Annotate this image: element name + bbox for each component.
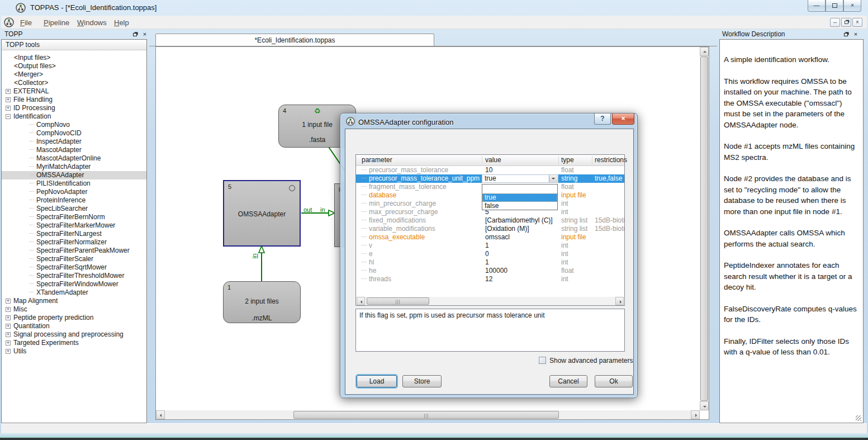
expand-icon[interactable]: + [6, 89, 11, 94]
column-header-type[interactable]: type [561, 156, 574, 164]
show-advanced-parameters[interactable]: Show advanced parameters [539, 357, 633, 365]
store-button[interactable]: Store [402, 375, 442, 387]
window-close-button[interactable]: × [843, 0, 861, 12]
tree-item-utils[interactable]: +Utils [2, 347, 146, 356]
resize-grip[interactable] [856, 415, 861, 421]
tree-item-misc[interactable]: +Misc [2, 305, 146, 314]
tree-item-proteininference[interactable]: ProteinInference [2, 196, 146, 205]
tree-item-map-alignment[interactable]: +Map Alignment [2, 297, 146, 305]
menu-windows[interactable]: Windows [74, 17, 110, 28]
tree-item-input-files[interactable]: <Input files> [2, 54, 146, 62]
tree-item-compnovocid[interactable]: CompNovoCID [2, 129, 146, 138]
table-header-row[interactable]: parameter value type restrictions [356, 155, 624, 166]
tree-item-quantitation[interactable]: +Quantitation [2, 322, 146, 330]
tree-item-file-handling[interactable]: +File Handling [2, 96, 146, 104]
vertical-scroll-thumb[interactable] [700, 56, 708, 401]
tree-item-spectrafiltersqrtmower[interactable]: SpectraFilterSqrtMower [2, 263, 146, 272]
window-maximize-button[interactable] [826, 0, 843, 12]
dialog-help-button[interactable]: ? [594, 113, 611, 125]
node-5-omssaadapter[interactable]: 5 OMSSAAdapter [223, 180, 301, 247]
combobox-dropdown[interactable]: true false [482, 184, 558, 210]
node-1-input-mzml[interactable]: 1 2 input files .mzML [223, 281, 301, 323]
tree-item-mascotadapteronline[interactable]: MascotAdapterOnline [2, 154, 146, 163]
mdi-minimize-button[interactable]: – [830, 18, 840, 27]
tree-item-inspectadapter[interactable]: InspectAdapter [2, 138, 146, 146]
scroll-left-icon[interactable] [156, 410, 165, 419]
tree-item-peptide-property-prediction[interactable]: +Peptide property prediction [2, 314, 146, 322]
tree-item-speclibsearcher[interactable]: SpecLibSearcher [2, 205, 146, 213]
canvas-horizontal-scrollbar[interactable] [156, 410, 700, 419]
load-button[interactable]: Load [357, 375, 397, 387]
value-combobox[interactable]: true [482, 174, 558, 183]
dropdown-item-false[interactable]: false [482, 202, 557, 211]
column-header-restrictions[interactable]: restrictions [595, 156, 627, 164]
expand-icon[interactable]: + [6, 299, 11, 304]
right-dock-float-button[interactable] [842, 31, 850, 39]
scroll-up-icon[interactable] [700, 47, 709, 56]
tree-item-spectrafilterparentpeakmower[interactable]: SpectraFilterParentPeakMower [2, 247, 146, 255]
right-dock-close-button[interactable]: × [852, 31, 860, 39]
column-header-parameter[interactable]: parameter [362, 156, 392, 164]
tree-item-signal-processing[interactable]: +Signal processing and preprocessing [2, 330, 146, 339]
table-row[interactable]: precursor_mass_tolerance10float [356, 166, 624, 174]
tree-item-targeted-experiments[interactable]: +Targeted Experiments [2, 339, 146, 347]
table-row[interactable]: v1int [356, 242, 624, 250]
dialog-close-button[interactable]: × [612, 113, 634, 125]
table-row[interactable]: hl1int [356, 258, 624, 267]
tree-item-id-processing[interactable]: +ID Processing [2, 104, 146, 112]
menu-pipeline[interactable]: Pipeline [40, 17, 73, 28]
table-row[interactable]: he100000float [356, 267, 624, 275]
horizontal-scroll-thumb[interactable] [293, 411, 559, 419]
omssaadapter-config-dialog[interactable]: OMSSAAdapter configuration ? × parameter… [340, 113, 638, 398]
menu-help[interactable]: Help [111, 17, 132, 28]
expand-icon[interactable]: + [6, 315, 11, 320]
tree-item-myrimatchadapter[interactable]: MyriMatchAdapter [2, 163, 146, 171]
expand-icon[interactable]: + [6, 97, 11, 102]
chevron-down-icon[interactable] [549, 175, 558, 182]
workflow-tab[interactable]: *Ecoli_Identification.toppas [155, 34, 434, 46]
tree-item-output-files[interactable]: <Output files> [2, 62, 146, 70]
tree-item-spectrafiltermarkermower[interactable]: SpectraFilterMarkerMower [2, 221, 146, 230]
dropdown-item-blank[interactable] [482, 184, 557, 193]
dropdown-item-true[interactable]: true [482, 193, 557, 202]
topp-tools-tree[interactable]: <Input files> <Output files> <Merger> <C… [2, 50, 146, 423]
table-row[interactable]: e0int [356, 250, 624, 258]
tree-item-spectrafilterscaler[interactable]: SpectraFilterScaler [2, 255, 146, 263]
table-row[interactable]: fixed_modifications[Carbamidomethyl (C)]… [356, 216, 624, 225]
left-dock-close-button[interactable]: × [141, 31, 149, 39]
table-row-required[interactable]: omssa_executableomssaclinput file [356, 233, 624, 242]
tree-item-merger[interactable]: <Merger> [2, 70, 146, 79]
expand-icon[interactable]: + [6, 106, 11, 111]
tree-item-spectrafilterwindowmower[interactable]: SpectraFilterWindowMower [2, 280, 146, 288]
table-scroll-thumb[interactable] [367, 297, 429, 305]
collapse-icon[interactable]: − [6, 114, 11, 119]
tree-item-spectrafilternlargest[interactable]: SpectraFilterNLargest [2, 230, 146, 238]
tree-item-spectrafilternormalizer[interactable]: SpectraFilterNormalizer [2, 238, 146, 247]
title-bar[interactable]: TOPPAS - [*Ecoli_Identification.toppas] … [0, 0, 868, 16]
table-row[interactable]: threads12int [356, 275, 624, 283]
scroll-right-icon[interactable] [691, 410, 700, 419]
parameter-table[interactable]: parameter value type restrictions precur… [355, 154, 625, 306]
tree-item-xtandemadapter[interactable]: XTandemAdapter [2, 288, 146, 297]
table-row[interactable]: variable_modifications[Oxidation (M)]str… [356, 225, 624, 233]
tree-item-compnovo[interactable]: CompNovo [2, 121, 146, 129]
scroll-right-icon[interactable] [615, 297, 624, 305]
workflow-description-text[interactable]: A simple identification workflow. This w… [724, 54, 860, 368]
expand-icon[interactable]: + [6, 340, 11, 346]
mdi-close-button[interactable]: × [852, 18, 862, 27]
checkbox-icon[interactable] [539, 357, 546, 364]
scroll-left-icon[interactable] [357, 297, 365, 305]
menu-file[interactable]: File [17, 17, 35, 28]
tree-item-identification[interactable]: −Identification [2, 112, 146, 121]
expand-icon[interactable]: + [6, 332, 11, 337]
scroll-down-icon[interactable] [700, 401, 709, 410]
workflow-description-panel[interactable]: A simple identification workflow. This w… [719, 39, 864, 423]
ok-button[interactable]: Ok [595, 375, 633, 387]
window-minimize-button[interactable]: — [808, 0, 826, 12]
canvas-vertical-scrollbar[interactable] [700, 47, 709, 410]
column-header-value[interactable]: value [485, 156, 501, 164]
tree-item-mascotadapter[interactable]: MascotAdapter [2, 146, 146, 154]
tree-item-external[interactable]: +EXTERNAL [2, 87, 146, 96]
tree-header[interactable]: TOPP tools [2, 40, 146, 50]
table-horizontal-scrollbar[interactable] [357, 297, 624, 305]
